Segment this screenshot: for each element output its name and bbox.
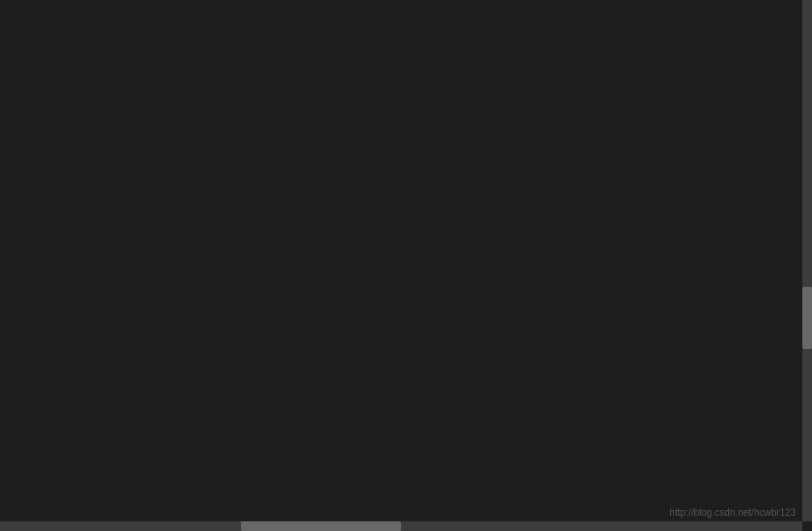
horizontal-scrollbar[interactable] xyxy=(0,521,802,531)
code-editor: http://blog.csdn.net/hcwbr123 xyxy=(0,0,812,531)
horizontal-scrollbar-thumb[interactable] xyxy=(241,521,401,531)
vertical-scrollbar-thumb[interactable] xyxy=(802,287,812,350)
vertical-scrollbar[interactable] xyxy=(802,0,812,521)
code-content xyxy=(0,0,812,39)
watermark: http://blog.csdn.net/hcwbr123 xyxy=(669,507,796,518)
